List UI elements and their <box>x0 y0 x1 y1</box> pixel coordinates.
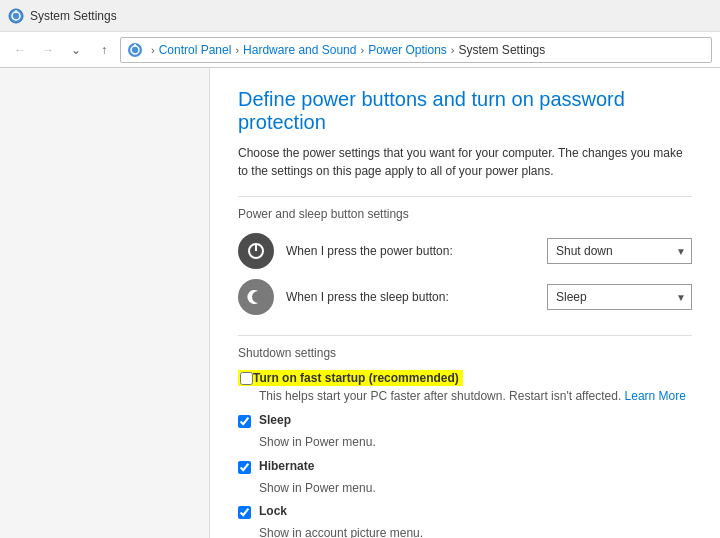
breadcrumb-current: System Settings <box>459 43 546 57</box>
power-dropdown-wrapper: Do nothing Sleep Hibernate Shut down Tur… <box>547 238 692 264</box>
sleep-desc: Show in Power menu. <box>259 434 692 451</box>
sleep-dropdown-wrapper: Do nothing Sleep Hibernate Shut down Tur… <box>547 284 692 310</box>
sleep-button-row: When I press the sleep button: Do nothin… <box>238 279 692 315</box>
breadcrumb: › Control Panel › Hardware and Sound › P… <box>120 37 712 63</box>
sleep-icon <box>238 279 274 315</box>
fast-startup-row: Turn on fast startup (recommended) This … <box>238 370 692 405</box>
power-button-label: When I press the power button: <box>286 244 547 258</box>
address-bar: ← → ⌄ ↑ › Control Panel › Hardware and S… <box>0 32 720 68</box>
power-icon <box>238 233 274 269</box>
forward-button[interactable]: → <box>36 38 60 62</box>
fast-startup-label: Turn on fast startup (recommended) <box>253 371 459 385</box>
button-settings-section: Power and sleep button settings When I p… <box>238 207 692 315</box>
power-button-row: When I press the power button: Do nothin… <box>238 233 692 269</box>
lock-row: Lock <box>238 504 692 519</box>
left-panel <box>0 68 210 538</box>
sleep-button-label: When I press the sleep button: <box>286 290 547 304</box>
content-area: Define power buttons and turn on passwor… <box>210 68 720 538</box>
back-button[interactable]: ← <box>8 38 32 62</box>
fast-startup-highlight: Turn on fast startup (recommended) <box>238 370 463 386</box>
main-content: Define power buttons and turn on passwor… <box>0 68 720 538</box>
shutdown-section: Shutdown settings Turn on fast startup (… <box>238 346 692 538</box>
hibernate-row: Hibernate <box>238 459 692 474</box>
power-button-dropdown[interactable]: Do nothing Sleep Hibernate Shut down Tur… <box>547 238 692 264</box>
title-bar-icon <box>8 8 24 24</box>
sleep-label: Sleep <box>259 413 291 427</box>
fast-startup-checkbox[interactable] <box>240 372 253 385</box>
lock-desc: Show in account picture menu. <box>259 525 692 538</box>
breadcrumb-hardware-sound[interactable]: Hardware and Sound <box>243 43 356 57</box>
hibernate-label: Hibernate <box>259 459 314 473</box>
section-divider-1 <box>238 196 692 197</box>
page-description: Choose the power settings that you want … <box>238 144 692 180</box>
hibernate-desc: Show in Power menu. <box>259 480 692 497</box>
title-bar-title: System Settings <box>30 9 117 23</box>
title-bar: System Settings <box>0 0 720 32</box>
learn-more-link[interactable]: Learn More <box>625 389 686 403</box>
hibernate-checkbox[interactable] <box>238 461 251 474</box>
breadcrumb-power-options[interactable]: Power Options <box>368 43 447 57</box>
shutdown-section-label: Shutdown settings <box>238 346 692 360</box>
sleep-row: Sleep <box>238 413 692 428</box>
breadcrumb-control-panel[interactable]: Control Panel <box>159 43 232 57</box>
fast-startup-desc: This helps start your PC faster after sh… <box>259 388 692 405</box>
dropdown-button[interactable]: ⌄ <box>64 38 88 62</box>
section-divider-2 <box>238 335 692 336</box>
up-button[interactable]: ↑ <box>92 38 116 62</box>
lock-checkbox[interactable] <box>238 506 251 519</box>
button-section-label: Power and sleep button settings <box>238 207 692 221</box>
lock-label: Lock <box>259 504 287 518</box>
page-title: Define power buttons and turn on passwor… <box>238 88 692 134</box>
sleep-button-dropdown[interactable]: Do nothing Sleep Hibernate Shut down Tur… <box>547 284 692 310</box>
sleep-checkbox[interactable] <box>238 415 251 428</box>
